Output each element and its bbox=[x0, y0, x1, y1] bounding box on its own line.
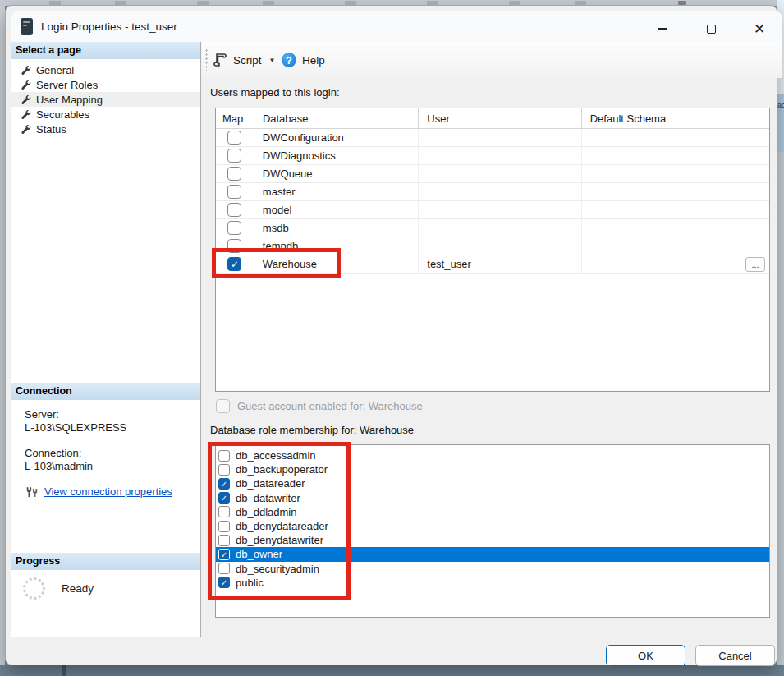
database-cell: DWQueue bbox=[254, 165, 419, 182]
view-connection-properties-link[interactable]: View connection properties bbox=[44, 485, 172, 499]
wrench-icon bbox=[21, 109, 31, 120]
map-checkbox[interactable] bbox=[227, 149, 241, 163]
help-icon: ? bbox=[282, 53, 296, 67]
user-cell[interactable] bbox=[419, 219, 581, 237]
connection-section: Connection Server: L-103\SQLEXPRESS Conn… bbox=[11, 383, 200, 499]
minimize-button[interactable] bbox=[643, 16, 682, 42]
minimize-icon bbox=[658, 28, 667, 29]
user-cell[interactable] bbox=[419, 201, 581, 218]
default-schema-cell[interactable] bbox=[582, 147, 769, 164]
wrench-icon bbox=[21, 80, 31, 90]
users-mapped-label: Users mapped to this login: bbox=[210, 86, 340, 99]
annotation-role-list bbox=[208, 442, 351, 600]
progress-header: Progress bbox=[11, 553, 200, 570]
default-schema-cell[interactable] bbox=[582, 237, 769, 255]
map-checkbox[interactable] bbox=[227, 131, 241, 145]
dialog-title: Login Properties - test_user bbox=[41, 21, 177, 33]
ok-button[interactable]: OK bbox=[606, 645, 685, 666]
default-schema-cell[interactable] bbox=[582, 219, 769, 237]
wrench-icon bbox=[21, 94, 31, 105]
user-cell[interactable] bbox=[419, 129, 581, 146]
map-checkbox[interactable] bbox=[227, 203, 241, 217]
help-label: Help bbox=[302, 54, 325, 67]
mapping-table-row[interactable]: DWQueue bbox=[216, 165, 769, 183]
browse-schema-button[interactable]: ... bbox=[745, 257, 765, 272]
toolbar-grip bbox=[205, 48, 208, 71]
default-schema-cell[interactable] bbox=[582, 201, 769, 218]
connection-label: Connection: bbox=[25, 447, 200, 460]
sidebar-page-item[interactable]: User Mapping bbox=[11, 92, 200, 107]
mapping-table-header: Map Database User Default Schema bbox=[216, 108, 769, 129]
wrench-icon bbox=[21, 65, 31, 76]
close-icon: ✕ bbox=[754, 22, 765, 36]
login-properties-dialog: Login Properties - test_user ✕ Select a … bbox=[5, 5, 777, 665]
wrench-icon bbox=[21, 124, 31, 135]
sidebar-page-item[interactable]: Status bbox=[11, 122, 200, 136]
user-cell[interactable] bbox=[419, 183, 581, 200]
database-cell: msdb bbox=[254, 219, 419, 237]
database-cell: model bbox=[254, 201, 419, 218]
sidebar-page-item[interactable]: Server Roles bbox=[11, 77, 200, 92]
connection-value: L-103\madmin bbox=[25, 460, 200, 473]
guest-account-label: Guest account enabled for: Warehouse bbox=[237, 400, 423, 412]
database-cell: DWDiagnostics bbox=[254, 147, 419, 164]
default-schema-cell[interactable] bbox=[582, 165, 769, 182]
column-header-default-schema: Default Schema bbox=[582, 108, 769, 128]
user-cell[interactable] bbox=[419, 237, 581, 255]
map-checkbox[interactable] bbox=[227, 167, 241, 181]
default-schema-cell[interactable] bbox=[582, 129, 769, 146]
database-cell: master bbox=[254, 183, 419, 200]
help-button[interactable]: ? Help bbox=[282, 42, 325, 78]
cancel-button[interactable]: Cancel bbox=[695, 645, 775, 666]
sidebar-page-label: General bbox=[36, 64, 74, 76]
background-right-sliver-bottom bbox=[777, 152, 784, 665]
guest-account-row: Guest account enabled for: Warehouse bbox=[216, 399, 423, 413]
default-schema-cell[interactable]: ... bbox=[582, 255, 769, 273]
sidebar-page-label: Securables bbox=[36, 108, 89, 121]
script-icon bbox=[213, 53, 227, 67]
sidebar-page-label: Server Roles bbox=[36, 79, 98, 91]
connection-properties-icon bbox=[25, 486, 39, 499]
map-checkbox[interactable] bbox=[227, 221, 241, 235]
connection-header: Connection bbox=[11, 383, 200, 400]
select-a-page-header: Select a page bbox=[11, 42, 200, 59]
close-button[interactable]: ✕ bbox=[740, 16, 779, 42]
background-bottom-sliver bbox=[0, 665, 784, 676]
user-cell[interactable]: test_user bbox=[419, 255, 581, 273]
map-checkbox[interactable] bbox=[227, 185, 241, 199]
sidebar: Select a page General Server Roles User … bbox=[11, 42, 201, 637]
mapping-table-row[interactable]: model bbox=[216, 201, 769, 219]
dialog-toolbar: Script ▼ ? Help bbox=[202, 42, 782, 78]
sidebar-page-label: Status bbox=[36, 123, 66, 136]
page-list: General Server Roles User Mapping Secura… bbox=[11, 59, 200, 136]
guest-account-checkbox bbox=[216, 399, 230, 413]
mapping-table-row[interactable]: DWDiagnostics bbox=[216, 147, 769, 165]
title-bar: Login Properties - test_user ✕ bbox=[11, 11, 782, 42]
server-icon bbox=[21, 18, 33, 35]
script-label: Script bbox=[233, 54, 262, 67]
server-label: Server: bbox=[25, 408, 200, 421]
maximize-icon bbox=[707, 25, 716, 34]
role-membership-label: Database role membership for: Warehouse bbox=[210, 424, 414, 436]
server-value: L-103\SQLEXPRESS bbox=[25, 421, 200, 435]
column-header-database: Database bbox=[254, 108, 419, 128]
user-cell[interactable] bbox=[419, 147, 581, 164]
sidebar-page-item[interactable]: Securables bbox=[11, 107, 200, 122]
sidebar-page-label: User Mapping bbox=[36, 94, 103, 106]
script-button[interactable]: Script ▼ bbox=[213, 42, 275, 78]
default-schema-cell[interactable] bbox=[582, 183, 769, 200]
progress-spinner-icon bbox=[23, 577, 45, 600]
column-header-map: Map bbox=[216, 108, 254, 128]
database-cell: DWConfiguration bbox=[254, 129, 419, 146]
column-header-user: User bbox=[419, 108, 581, 128]
mapping-table-row[interactable]: DWConfiguration bbox=[216, 129, 769, 147]
script-dropdown-icon[interactable]: ▼ bbox=[269, 57, 276, 64]
background-right-sliver-band: ac bbox=[777, 94, 784, 152]
mapping-table-row[interactable]: master bbox=[216, 183, 769, 201]
progress-section: Progress Ready bbox=[11, 553, 200, 600]
annotation-warehouse-row bbox=[212, 248, 341, 278]
mapping-table-row[interactable]: msdb bbox=[216, 219, 769, 237]
user-cell[interactable] bbox=[419, 165, 581, 182]
sidebar-page-item[interactable]: General bbox=[11, 62, 200, 77]
maximize-button[interactable] bbox=[691, 16, 731, 42]
